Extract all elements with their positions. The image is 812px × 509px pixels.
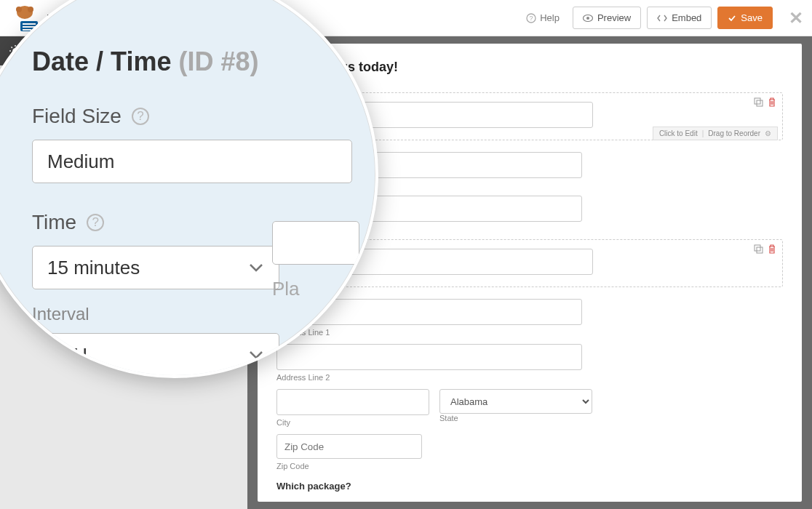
time-interval-select[interactable]: 15 minutes — [32, 246, 279, 289]
zip-input[interactable] — [276, 434, 422, 459]
svg-rect-4 — [23, 23, 36, 25]
package-question-label: Which package? — [276, 481, 783, 492]
panel-title: Date / Time (ID #8) — [32, 47, 325, 77]
help-icon[interactable]: ? — [87, 214, 104, 231]
field-hint: Click to Edit | Drag to Reorder ⚙ — [653, 127, 778, 140]
check-icon — [728, 14, 736, 23]
svg-point-10 — [586, 17, 589, 20]
interval-label: Interval — [32, 304, 325, 324]
time-placeholder-input[interactable] — [272, 221, 359, 265]
field-size-select[interactable]: Medium — [32, 140, 352, 183]
address-line2-label: Address Line 2 — [276, 373, 783, 382]
address-group: Address Line 1 Address Line 2 City Alaba… — [276, 299, 783, 470]
form-title: e and see us today! — [276, 60, 783, 75]
state-label: State — [439, 414, 592, 422]
svg-point-2 — [28, 7, 33, 12]
help-icon: ? — [526, 13, 536, 23]
svg-rect-12 — [755, 98, 760, 104]
duplicate-icon[interactable] — [754, 244, 763, 254]
delete-icon[interactable] — [768, 97, 776, 107]
close-icon[interactable]: ✕ — [789, 8, 803, 28]
save-button[interactable]: Save — [717, 7, 773, 29]
field-size-label: Field Size ? — [32, 105, 325, 128]
preview-button[interactable]: Preview — [573, 7, 641, 29]
svg-rect-15 — [757, 247, 763, 253]
placeholder-label-partial: Pla — [272, 278, 300, 300]
city-input[interactable] — [276, 389, 429, 415]
svg-text:?: ? — [530, 15, 533, 22]
delete-icon[interactable] — [768, 244, 776, 254]
svg-rect-14 — [755, 245, 760, 251]
address-line2-input[interactable] — [276, 344, 582, 370]
help-link[interactable]: ? Help — [519, 8, 567, 28]
svg-rect-13 — [757, 100, 763, 106]
duplicate-icon[interactable] — [754, 97, 763, 107]
embed-button[interactable]: Embed — [647, 7, 712, 29]
hint-gear-icon[interactable]: ⚙ — [765, 129, 771, 137]
chevron-down-icon — [248, 262, 264, 273]
address-line1-label: Address Line 1 — [276, 328, 783, 337]
help-icon[interactable]: ? — [132, 108, 149, 125]
code-icon — [657, 14, 667, 23]
state-select[interactable]: Alabama — [439, 389, 592, 414]
chevron-down-icon — [248, 350, 264, 360]
svg-point-1 — [16, 7, 22, 12]
eye-icon — [583, 15, 593, 22]
zip-label: Zip Code — [276, 462, 783, 470]
city-label: City — [276, 418, 429, 427]
